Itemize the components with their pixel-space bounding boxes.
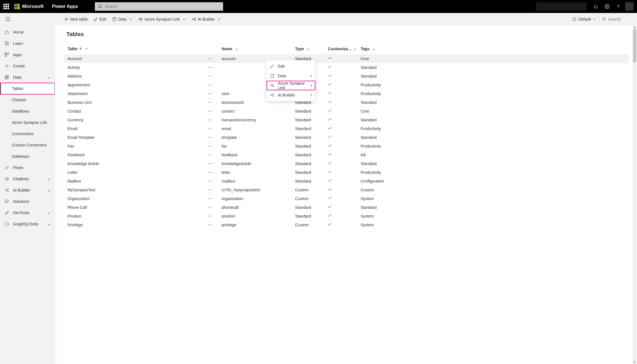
table-row[interactable]: Appointment···StandardProductivity	[64, 80, 629, 89]
col-header-tags[interactable]: Tags	[361, 47, 629, 51]
nav-gateways[interactable]: Gateways	[0, 151, 55, 162]
settings-icon[interactable]	[601, 0, 613, 13]
more-actions-icon[interactable]: ···	[207, 169, 213, 176]
more-actions-icon[interactable]: ···	[207, 134, 213, 141]
nav-choices[interactable]: Choices	[0, 94, 55, 106]
nav-data[interactable]: Data	[0, 72, 55, 83]
app-launcher-icon[interactable]	[3, 4, 9, 9]
data-button[interactable]: Data	[110, 15, 135, 23]
table-row[interactable]: Address···StandardStandard	[64, 72, 629, 80]
global-search-input[interactable]	[104, 4, 220, 9]
synapse-button[interactable]: Azure Synapse Link	[136, 15, 188, 23]
nav-label: Solutions	[13, 199, 29, 204]
page-search[interactable]	[599, 15, 634, 23]
more-actions-icon[interactable]: ···	[207, 152, 213, 158]
more-actions-icon[interactable]: ···	[207, 99, 213, 106]
table-row[interactable]: Email···emailStandardProductivity	[64, 124, 629, 133]
table-row[interactable]: Organization···organizationCustomSystem	[64, 194, 629, 203]
more-actions-icon[interactable]: ···	[207, 213, 213, 220]
more-actions-icon[interactable]: ···	[207, 73, 213, 80]
scrollbar[interactable]: ▲ ▼	[632, 25, 637, 364]
nav-create[interactable]: Create	[0, 60, 55, 72]
view-switcher[interactable]: Default	[570, 15, 599, 23]
more-actions-icon[interactable]: ···	[207, 178, 213, 185]
more-actions-icon[interactable]: ···	[207, 204, 213, 211]
help-icon[interactable]	[613, 0, 624, 13]
scrollbar-thumb[interactable]	[633, 29, 636, 63]
col-header-name[interactable]: Name	[222, 47, 295, 51]
more-actions-icon[interactable]: ···	[207, 222, 213, 228]
table-row[interactable]: Currency···transactioncurrencyStandardSt…	[64, 115, 629, 124]
nav-connections[interactable]: Connections	[0, 128, 55, 139]
table-row[interactable]: Contact···contactStandardCore	[64, 107, 629, 115]
more-actions-icon[interactable]: ···	[207, 187, 213, 193]
table-row[interactable]: Email Template···templateStandardStandar…	[64, 133, 629, 142]
more-actions-icon[interactable]: ···	[207, 125, 213, 132]
nav-learn[interactable]: Learn	[0, 38, 55, 49]
table-row[interactable]: MySynapseTest···cr79c_mysynapsetestCusto…	[64, 185, 629, 194]
aibuilder-button[interactable]: AI Builder	[189, 15, 224, 23]
cell-customizable	[328, 56, 361, 61]
new-table-button[interactable]: New table	[62, 15, 90, 23]
ctx-data[interactable]: Data	[267, 71, 315, 81]
nav-custom-connectors[interactable]: Custom Connectors	[0, 139, 55, 151]
table-row[interactable]: Feedback···feedbackStandardKB	[64, 150, 629, 159]
table-row[interactable]: Phone Call···phonecallStandardStandard	[64, 203, 629, 212]
nav-devtools[interactable]: DevTools	[0, 207, 55, 218]
more-actions-icon[interactable]: ···	[207, 82, 213, 88]
more-actions-icon[interactable]: ···	[207, 90, 213, 97]
svg-line-15	[193, 18, 195, 19]
scroll-up-icon[interactable]: ▲	[633, 26, 636, 28]
nav-flows[interactable]: Flows	[0, 162, 55, 173]
table-row[interactable]: Fax···faxStandardProductivity	[64, 142, 629, 150]
more-actions-icon[interactable]: ···	[207, 55, 213, 62]
more-actions-icon[interactable]: ···	[207, 160, 213, 167]
table-row[interactable]: Business Unit···businessunitStandardStan…	[64, 98, 629, 107]
global-search[interactable]	[95, 2, 223, 11]
more-actions-icon[interactable]: ···	[207, 195, 213, 202]
ctx-edit[interactable]: Edit	[267, 62, 315, 71]
more-actions-icon[interactable]: ···	[207, 108, 213, 115]
nav-apps[interactable]: Apps	[0, 49, 55, 60]
chevron-down-icon	[183, 18, 186, 20]
nav-graphql[interactable]: GraphQLTools	[0, 218, 55, 230]
brand-text: Microsoft	[22, 4, 44, 9]
ctx-synapse[interactable]: Azure Synapse Link	[267, 81, 315, 90]
scroll-down-icon[interactable]: ▼	[633, 361, 636, 364]
nav-aibuilder[interactable]: AI Builder	[0, 185, 55, 196]
cell-customizable	[328, 205, 361, 210]
environment-picker[interactable]	[536, 2, 587, 11]
ctx-aibuilder[interactable]: AI Builder	[267, 90, 315, 100]
nav-solutions[interactable]: Solutions	[0, 196, 55, 207]
more-actions-icon[interactable]: ···	[207, 143, 213, 150]
table-row[interactable]: Mailbox···mailboxStandardConfiguration	[64, 177, 629, 185]
col-header-type[interactable]: Type	[295, 47, 328, 51]
chevron-down-icon	[593, 18, 596, 20]
table-row[interactable]: Attachment···nentStandardProductivity	[64, 89, 629, 98]
nav-dataflows[interactable]: Dataflows	[0, 106, 55, 117]
more-actions-icon[interactable]: ···	[207, 64, 213, 71]
page-search-input[interactable]	[608, 17, 631, 21]
cell-type: Standard	[295, 179, 328, 183]
user-avatar[interactable]	[625, 2, 634, 11]
table-row[interactable]: Knowledge Article···knowledgearticleStan…	[64, 159, 629, 168]
more-actions-icon[interactable]: ···	[207, 117, 213, 123]
notifications-icon[interactable]	[590, 0, 601, 13]
table-row[interactable]: Activity···CustomStandard	[64, 63, 629, 72]
cell-customizable	[328, 187, 361, 192]
chevron-up-icon	[47, 75, 50, 80]
nav-chatbots[interactable]: Chatbots	[0, 173, 55, 185]
nav-synapse[interactable]: Azure Synapse Link	[0, 117, 55, 128]
nav-home[interactable]: Home	[0, 27, 55, 38]
table-row[interactable]: Account···accountStandardCore	[64, 54, 629, 63]
ai-icon	[270, 93, 274, 97]
nav-toggle-icon[interactable]	[2, 17, 14, 21]
table-row[interactable]: Privilege···privilegeCustomSystem	[64, 220, 629, 229]
col-header-table[interactable]: Table	[64, 47, 222, 51]
nav-label: DevTools	[13, 210, 29, 215]
table-row[interactable]: Letter···letterStandardProductivity	[64, 168, 629, 177]
nav-tables[interactable]: Tables	[0, 83, 55, 94]
edit-button[interactable]: Edit	[91, 15, 109, 23]
col-header-customizable[interactable]: Customiza...	[328, 47, 361, 51]
table-row[interactable]: Position···positionStandardSystem	[64, 212, 629, 220]
